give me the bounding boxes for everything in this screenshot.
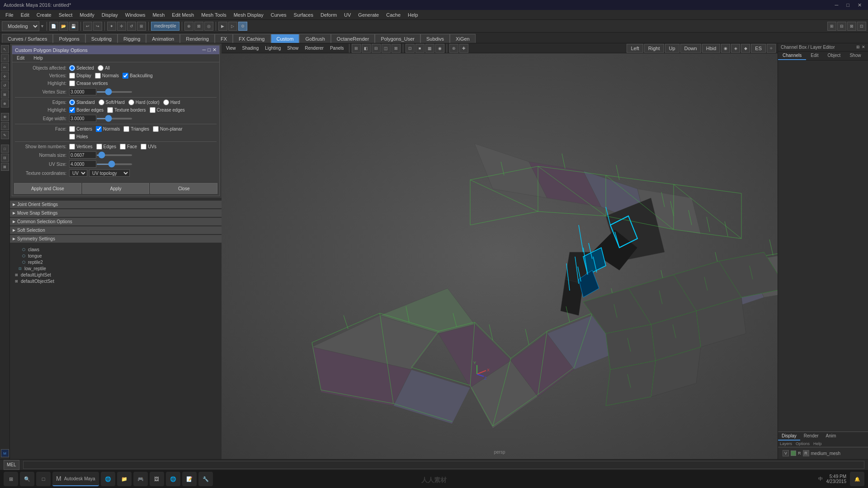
mel-btn[interactable]: MEL	[4, 460, 19, 470]
maya-taskbar-app[interactable]: M Autodesk Maya	[52, 472, 99, 486]
layout-btn4[interactable]: ⊡	[857, 22, 866, 31]
dialog-minimize-btn[interactable]: ─	[203, 47, 206, 53]
app4-btn[interactable]: 🖼	[150, 472, 164, 486]
face-normals-option[interactable]: Normals	[96, 126, 120, 132]
list-item[interactable]: ⊡ low_reptile	[10, 265, 222, 272]
menu-mesh[interactable]: Mesh	[149, 11, 168, 19]
menu-create[interactable]: Create	[33, 11, 55, 19]
tab-subdivs[interactable]: Subdivs	[420, 34, 450, 43]
vp-wireframe[interactable]: ⊡	[406, 44, 415, 53]
centers-option[interactable]: Centers	[69, 126, 92, 132]
view-up-btn[interactable]: Up	[665, 44, 679, 53]
menu-curves[interactable]: Curves	[267, 11, 290, 19]
vp-shading-menu[interactable]: Shading	[240, 45, 262, 51]
mel-input[interactable]	[23, 461, 864, 469]
hard-option[interactable]: Hard	[163, 99, 180, 105]
border-edges-option[interactable]: Border edges	[69, 107, 104, 113]
paint-icon[interactable]: ✏	[1, 63, 9, 71]
menu-deform[interactable]: Deform	[317, 11, 340, 19]
tab-anim[interactable]: Anim	[822, 432, 840, 441]
view-hbid-btn[interactable]: Hbid	[702, 44, 721, 53]
backculling-cb[interactable]	[123, 73, 128, 79]
tab-xigen[interactable]: XiGen	[450, 34, 476, 43]
vp-icon1[interactable]: ⊞	[352, 44, 361, 53]
menu-edit[interactable]: Edit	[17, 11, 33, 19]
scale-tool-btn[interactable]: ⊞	[137, 22, 146, 31]
menu-surfaces[interactable]: Surfaces	[290, 11, 317, 19]
tab-polygons[interactable]: Polygons	[53, 34, 85, 43]
vp-icon2[interactable]: ◧	[362, 44, 371, 53]
all-option[interactable]: All	[98, 65, 110, 71]
vp-icon5[interactable]: ⊠	[392, 44, 401, 53]
list-item[interactable]: ⊠ defaultLightSet	[10, 272, 222, 278]
show-icon[interactable]: 👁	[1, 113, 9, 121]
view-left-btn[interactable]: Left	[627, 44, 643, 53]
display-icon[interactable]: □	[1, 145, 9, 153]
list-item[interactable]: ⬡ tongue	[10, 253, 222, 259]
right-panel-expand-btn[interactable]: ⊞	[856, 45, 860, 50]
deform-icon[interactable]: ⌂	[1, 122, 9, 130]
rotate-tool-btn[interactable]: ↺	[127, 22, 136, 31]
select-tool-btn[interactable]: ✦	[107, 22, 116, 31]
options-subtab[interactable]: Options	[796, 441, 810, 446]
mode-dropdown[interactable]: Modeling	[2, 21, 39, 31]
num-uvs-option[interactable]: UVs	[141, 144, 156, 150]
new-file-btn[interactable]: 📄	[49, 22, 58, 31]
vp-lighting-menu[interactable]: Lighting	[262, 45, 283, 51]
menu-modify[interactable]: Modify	[76, 11, 98, 19]
apply-close-btn[interactable]: Apply and Close	[14, 183, 81, 194]
notifications-btn[interactable]: 🔔	[850, 472, 864, 486]
view-extra4[interactable]: ✧	[767, 44, 776, 53]
select-tool-icon[interactable]: ↖	[1, 45, 9, 53]
normals-size-slider[interactable]	[96, 155, 132, 156]
universal-icon[interactable]: ⊕	[1, 99, 9, 108]
ipr-btn[interactable]: ▷	[228, 22, 237, 31]
layout-btn3[interactable]: ⊠	[847, 22, 856, 31]
selected-option[interactable]: Selected	[69, 65, 94, 71]
tab-channels[interactable]: Channels	[778, 52, 806, 60]
layout-btn2[interactable]: ⊟	[837, 22, 846, 31]
tab-octane[interactable]: OctaneRender	[331, 34, 375, 43]
dialog-maximize-btn[interactable]: □	[208, 47, 211, 53]
menu-select[interactable]: Select	[55, 11, 76, 19]
tab-edit[interactable]: Edit	[806, 52, 823, 60]
edge-width-input[interactable]	[69, 115, 96, 122]
tab-fx[interactable]: FX	[215, 34, 233, 43]
holes-option[interactable]: Holes	[69, 134, 88, 140]
backculling-option[interactable]: Backculling	[123, 73, 153, 79]
vp-lit[interactable]: ◉	[435, 44, 444, 53]
app3-btn[interactable]: 🎮	[133, 472, 148, 486]
minimize-btn[interactable]: ─	[832, 2, 841, 8]
view-down-btn[interactable]: Down	[680, 44, 701, 53]
uv-topology-select[interactable]: UV topology	[89, 169, 130, 177]
triangles-cb[interactable]	[123, 126, 129, 132]
holes-cb[interactable]	[69, 134, 75, 140]
dialog-menu-edit[interactable]: Edit	[14, 55, 27, 61]
close-btn[interactable]: Close	[150, 183, 217, 194]
layers-subtab[interactable]: Layers	[780, 441, 792, 446]
menu-generate[interactable]: Generate	[354, 11, 382, 19]
app6-btn[interactable]: 📝	[182, 472, 197, 486]
menu-mesh-tools[interactable]: Mesh Tools	[198, 11, 230, 19]
centers-cb[interactable]	[69, 126, 75, 132]
vp-solid[interactable]: ■	[415, 44, 425, 53]
snap-grid-btn[interactable]: ⊕	[184, 22, 193, 31]
tab-polygons-user[interactable]: Polygons_User	[375, 34, 420, 43]
dialog-close-btn[interactable]: ✕	[212, 47, 217, 53]
softhard-option[interactable]: Soft/Hard	[99, 99, 125, 105]
scale-icon[interactable]: ⊞	[1, 90, 9, 99]
list-item[interactable]: ⬡ reptile2	[10, 259, 222, 265]
hard-radio[interactable]	[163, 99, 169, 105]
grid-icon[interactable]: ⊟	[1, 154, 9, 162]
vp-select-all[interactable]: ⊛	[449, 44, 458, 53]
help-subtab[interactable]: Help	[813, 441, 822, 446]
symmetry-settings-section[interactable]: ▶ Symmetry Settings	[10, 235, 222, 243]
vert-normals-cb[interactable]	[95, 73, 101, 79]
vp-xray[interactable]: ✚	[459, 44, 468, 53]
search-btn[interactable]: 🔍	[20, 472, 34, 486]
maximize-btn[interactable]: □	[844, 2, 852, 8]
menu-uv[interactable]: UV	[340, 11, 354, 19]
explorer-btn[interactable]: 📁	[117, 472, 132, 486]
face-normals-cb[interactable]	[96, 126, 102, 132]
view-es-btn[interactable]: ES	[751, 44, 766, 53]
